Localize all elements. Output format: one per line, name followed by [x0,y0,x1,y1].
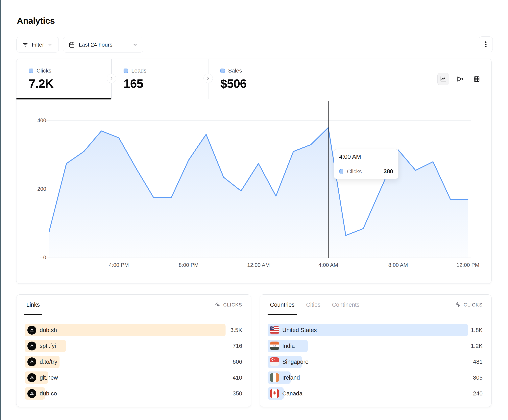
clicks-area-fill [49,128,468,258]
links-panel-header: Links CLICKS [16,295,251,315]
funnel-chart-toggle-button[interactable] [454,73,466,85]
x-axis-tick: 12:00 PM [450,262,486,268]
stat-value: 165 [124,77,208,91]
kebab-menu-icon [482,40,489,48]
stat-label: Clicks [37,68,51,74]
country-label: United States [282,327,317,333]
country-row[interactable]: Canada 240 [268,387,483,400]
tab-continents[interactable]: Continents [332,295,360,315]
link-row[interactable]: dub.sh 3.5K [25,324,242,336]
dub-logo-icon [27,357,36,366]
link-label: dub.co [40,390,57,397]
link-clicks-value: 3.5K [230,327,242,333]
country-clicks-value: 481 [473,359,483,365]
link-row[interactable]: d.to/try 606 [25,356,242,368]
line-chart-toggle-button[interactable] [437,73,449,85]
country-label: Ireland [282,374,300,381]
tooltip-value: 380 [384,168,393,175]
link-label: git.new [40,374,58,381]
more-options-button[interactable] [479,36,493,52]
singapore-flag-icon [270,357,279,366]
tab-clicks[interactable]: Clicks 7.2K [16,59,111,99]
tab-links[interactable]: Links [26,295,40,315]
funnel-chart-icon [456,75,463,83]
country-clicks-value: 240 [473,390,483,397]
tab-leads[interactable]: Leads 165 [111,59,208,99]
chart-canvas [16,99,492,284]
link-clicks-value: 606 [233,359,242,365]
links-metric-label: CLICKS [223,302,242,308]
pointer-click-icon [215,302,221,308]
countries-panel: Countries Cities Continents CLICKS Unite… [260,294,492,407]
stat-label: Sales [228,68,242,74]
dub-logo-icon [27,341,36,350]
country-row[interactable]: Ireland 305 [268,371,483,384]
ireland-flag-icon [270,373,279,382]
country-label: India [282,343,295,349]
date-range-label: Last 24 hours [79,42,129,48]
us-flag-icon [270,326,279,334]
tab-cities[interactable]: Cities [306,295,321,315]
page-title: Analytics [17,16,55,26]
link-label: dub.sh [40,327,57,333]
clicks-legend-swatch-icon [339,169,343,174]
analytics-card: Clicks 7.2K Leads 165 Sales $506 [16,59,492,284]
chart-type-toggle-group [437,73,483,85]
tab-countries[interactable]: Countries [270,295,295,315]
country-clicks-value: 1.2K [471,343,483,349]
active-tab-underline [16,98,111,100]
link-clicks-value: 410 [233,374,242,381]
clicks-legend-swatch-icon [29,69,33,73]
links-list: dub.sh 3.5K spti.fyi 716 [16,315,251,403]
canada-flag-icon [270,389,279,398]
date-range-button[interactable]: Last 24 hours [63,37,143,52]
link-label: spti.fyi [40,343,56,349]
countries-panel-header: Countries Cities Continents CLICKS [260,295,491,315]
countries-list: United States 1.8K India 1.2K [260,315,491,403]
country-row[interactable]: Singapore 481 [268,356,483,368]
link-clicks-value: 716 [233,343,242,349]
sales-legend-swatch-icon [220,69,225,73]
india-flag-icon [270,341,279,350]
tooltip-time: 4:00 AM [334,149,398,164]
line-chart-icon [440,75,447,83]
link-row[interactable]: git.new 410 [25,371,242,384]
x-axis-tick: 4:00 PM [101,262,137,268]
window-edge-strip [0,0,1,420]
links-panel: Links CLICKS dub.sh 3.5K [16,294,251,407]
stat-value: 7.2K [29,77,111,91]
link-clicks-value: 350 [233,390,242,397]
expand-clicks-button[interactable] [107,74,116,83]
links-metric-selector[interactable]: CLICKS [215,302,242,308]
tooltip-series-label: Clicks [347,168,380,175]
country-row[interactable]: United States 1.8K [268,324,483,336]
expand-leads-button[interactable] [203,74,213,83]
countries-metric-selector[interactable]: CLICKS [455,302,483,308]
link-row[interactable]: spti.fyi 716 [25,340,242,352]
x-axis-tick: 8:00 PM [171,262,207,268]
country-label: Singapore [282,359,308,365]
country-clicks-value: 305 [473,374,483,381]
y-axis-tick: 200 [28,186,46,192]
y-axis-tick: 400 [28,117,46,124]
clicks-timeseries-chart[interactable]: 400 200 0 4:00 PM 8:00 PM 12:00 AM 4:00 … [16,99,492,284]
country-label: Canada [282,390,302,397]
link-label: d.to/try [40,359,57,365]
country-row[interactable]: India 1.2K [268,340,483,352]
chart-tooltip: 4:00 AM Clicks 380 [334,149,398,179]
tab-sales[interactable]: Sales $506 [208,59,305,99]
filter-button[interactable]: Filter [16,37,59,52]
table-view-toggle-button[interactable] [471,73,483,85]
country-clicks-value: 1.8K [471,327,483,333]
stats-tabs-row: Clicks 7.2K Leads 165 Sales $506 [16,59,491,99]
chevron-right-icon [206,76,210,81]
dub-logo-icon [27,326,36,335]
chevron-right-icon [109,76,114,81]
analytics-page: Analytics Filter Last 24 hours Cl [0,0,508,420]
filter-icon [22,41,29,48]
calendar-icon [68,41,75,48]
dub-logo-icon [27,373,36,382]
link-row[interactable]: dub.co 350 [25,387,242,400]
countries-metric-label: CLICKS [463,302,483,308]
stat-label: Leads [131,68,146,74]
